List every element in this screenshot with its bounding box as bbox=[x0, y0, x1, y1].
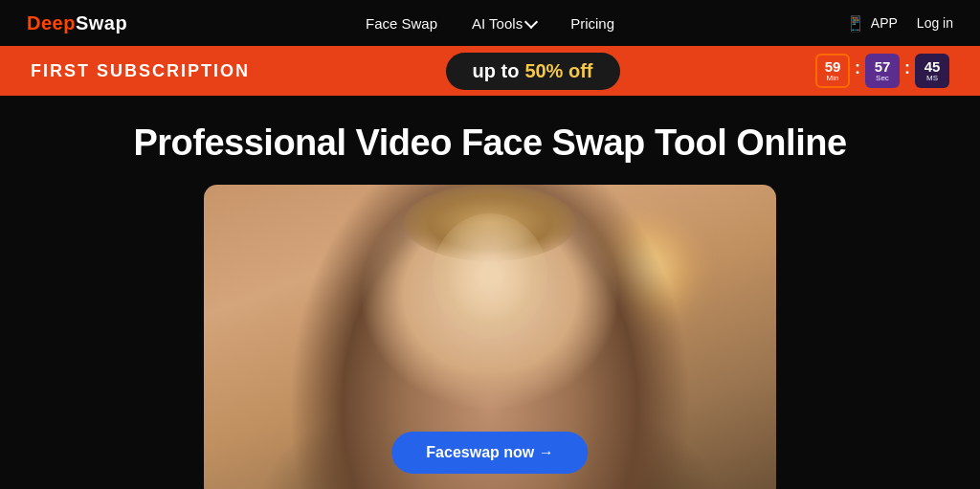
timer-sec-label: Sec bbox=[876, 75, 889, 82]
hero-video[interactable]: Faceswap now → bbox=[204, 185, 776, 489]
navbar: DeepSwap Face Swap AI Tools Pricing 📱 AP… bbox=[0, 0, 980, 46]
timer-ms-label: MS bbox=[926, 75, 938, 82]
nav-face-swap[interactable]: Face Swap bbox=[366, 15, 437, 32]
promo-banner: FIRST SUBSCRIPTION up to 50% off 59 Min … bbox=[0, 46, 980, 96]
promo-offer[interactable]: up to 50% off bbox=[446, 53, 620, 90]
promo-discount: 50% off bbox=[524, 60, 592, 82]
nav-ai-tools[interactable]: AI Tools bbox=[472, 15, 536, 32]
face-highlight bbox=[433, 213, 547, 338]
timer-ms-block: 45 MS bbox=[915, 54, 949, 88]
nav-right: 📱 APP Log in bbox=[846, 14, 953, 33]
hero-title: Professional Video Face Swap Tool Online bbox=[133, 122, 846, 164]
countdown-timer: 59 Min : 57 Sec : 45 MS bbox=[815, 54, 949, 88]
nav-links: Face Swap AI Tools Pricing bbox=[366, 15, 614, 32]
faceswap-now-button[interactable]: Faceswap now → bbox=[391, 432, 588, 474]
app-link[interactable]: 📱 APP bbox=[846, 14, 898, 33]
chevron-down-icon bbox=[524, 14, 538, 28]
timer-seconds: 57 bbox=[875, 59, 891, 74]
timer-min-label: Min bbox=[827, 75, 839, 82]
nav-pricing[interactable]: Pricing bbox=[570, 15, 614, 32]
promo-prefix: up to bbox=[473, 60, 520, 82]
timer-minutes: 59 bbox=[825, 59, 841, 74]
hero-section: Professional Video Face Swap Tool Online… bbox=[0, 96, 980, 489]
timer-seconds-block: 57 Sec bbox=[865, 54, 900, 88]
timer-ms: 45 bbox=[924, 59, 941, 74]
timer-colon-1: : bbox=[855, 58, 860, 78]
login-button[interactable]: Log in bbox=[917, 15, 953, 31]
timer-colon-2: : bbox=[904, 58, 910, 78]
logo[interactable]: DeepSwap bbox=[27, 12, 127, 34]
phone-icon: 📱 bbox=[846, 14, 865, 33]
promo-left-text: FIRST SUBSCRIPTION bbox=[31, 61, 250, 81]
timer-minutes-block: 59 Min bbox=[815, 54, 850, 88]
